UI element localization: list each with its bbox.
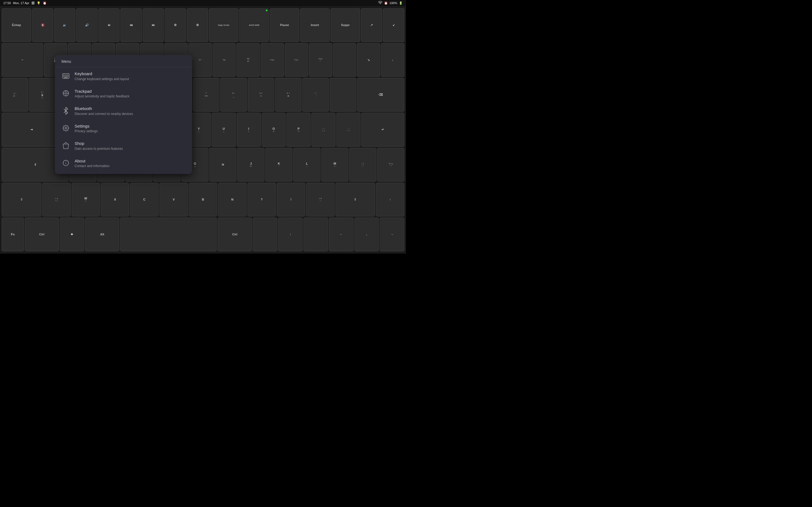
key-7[interactable]: 7— bbox=[193, 78, 220, 112]
key-backspace[interactable]: ⌫ bbox=[357, 78, 404, 112]
key-insert[interactable]: Insert bbox=[300, 8, 330, 42]
menu-item-keyboard[interactable]: Keyboard Change keyboard settings and la… bbox=[55, 67, 192, 85]
key-f13[interactable] bbox=[333, 43, 356, 77]
key-arrow-se[interactable]: ↙ bbox=[383, 8, 404, 42]
key-f10[interactable]: F10 bbox=[260, 43, 284, 77]
key-n[interactable]: N bbox=[218, 183, 247, 217]
key-h[interactable]: H bbox=[209, 148, 236, 182]
key-ctrl-left[interactable]: Ctrl bbox=[25, 218, 59, 251]
bluetooth-title: Bluetooth bbox=[75, 106, 185, 111]
key-shift-left[interactable]: ⇧ bbox=[2, 183, 42, 217]
key-f-right1[interactable]: ↘ bbox=[357, 43, 380, 77]
key-k[interactable]: K/ bbox=[265, 148, 292, 182]
key-bright-down[interactable]: ⚙ bbox=[165, 8, 186, 42]
key-fn[interactable]: Fn bbox=[2, 218, 24, 251]
key-p[interactable]: P% bbox=[286, 113, 310, 147]
key-l[interactable]: L| bbox=[293, 148, 321, 182]
svg-rect-1 bbox=[63, 75, 64, 75]
key-m[interactable]: M∞ bbox=[321, 148, 348, 182]
menu-item-trackpad[interactable]: Trackpad Adjust sensitivity and haptic f… bbox=[55, 85, 192, 102]
key-bright-up[interactable]: ⚙ bbox=[187, 8, 208, 42]
key-super[interactable]: ❖ bbox=[60, 218, 84, 251]
about-title: About bbox=[75, 158, 185, 164]
key-8[interactable]: 8 ‹_ bbox=[220, 78, 247, 112]
bluetooth-icon bbox=[61, 106, 70, 115]
key-plus[interactable]: - -+ + bbox=[336, 113, 360, 147]
key-backslash[interactable]: \ √/ ÷ bbox=[349, 148, 376, 182]
key-f11[interactable]: F11 bbox=[285, 43, 308, 77]
key-c[interactable]: C bbox=[130, 183, 159, 217]
key-next[interactable]: ⏭ bbox=[142, 8, 164, 42]
key-suppr[interactable]: Suppr bbox=[331, 8, 360, 42]
key-o[interactable]: Oœ bbox=[262, 113, 286, 147]
key-asterisk[interactable]: ½ ¼* × bbox=[377, 148, 404, 182]
key-j[interactable]: JEu bbox=[237, 148, 265, 182]
about-icon bbox=[61, 159, 70, 167]
about-subtitle: Contact and information bbox=[75, 164, 185, 168]
keyboard-title: Keyboard bbox=[75, 71, 185, 76]
key-exclaim[interactable]: ! bbox=[277, 183, 305, 217]
keyboard-icon bbox=[61, 72, 70, 80]
key-backtick[interactable] bbox=[330, 78, 356, 112]
key-quote[interactable]: " °.. ° bbox=[302, 78, 329, 112]
key-mute[interactable]: 🔇 bbox=[32, 8, 54, 42]
key-echap[interactable]: Échap bbox=[2, 8, 31, 42]
key-9[interactable]: 9 «‹ bbox=[248, 78, 274, 112]
key-right[interactable]: → bbox=[380, 218, 404, 251]
menu-item-bluetooth[interactable]: Bluetooth Discover and connect to nearby… bbox=[55, 102, 192, 120]
key-space[interactable] bbox=[120, 218, 217, 251]
key-v[interactable]: V bbox=[159, 183, 188, 217]
key-fn3[interactable] bbox=[303, 218, 328, 251]
key-impr[interactable]: Impr écran bbox=[209, 8, 239, 42]
key-x[interactable]: X bbox=[101, 183, 129, 217]
menu-title: Menu bbox=[55, 55, 192, 67]
key-down[interactable]: ↓ bbox=[354, 218, 379, 251]
alarm2-icon: ⏰ bbox=[384, 1, 388, 5]
bluetooth-subtitle: Discover and connect to nearby devices bbox=[75, 112, 185, 116]
key-up-right[interactable]: ↑ bbox=[376, 183, 404, 217]
key-angle[interactable]: > ≥< ≤ bbox=[42, 183, 71, 217]
key-fn2[interactable] bbox=[253, 218, 277, 251]
trackpad-icon bbox=[61, 89, 70, 98]
key-b[interactable]: B bbox=[189, 183, 217, 217]
key-play-pause[interactable]: ⏯ bbox=[99, 8, 120, 42]
key-enter[interactable]: ↵ bbox=[361, 113, 404, 147]
menu-item-about[interactable]: About Contact and information bbox=[55, 155, 192, 172]
about-text: About Contact and information bbox=[75, 158, 185, 168]
key-i[interactable]: Iù bbox=[237, 113, 261, 147]
key-f12[interactable]: F12☾ bbox=[309, 43, 332, 77]
key-f-right2[interactable]: ↓ bbox=[381, 43, 404, 77]
brightness-icon: 💡 bbox=[37, 1, 41, 5]
key-0[interactable]: 0 »» bbox=[275, 78, 302, 112]
key-pause[interactable]: Pause bbox=[270, 8, 299, 42]
key-prev[interactable]: ⏮ bbox=[120, 8, 142, 42]
key-arrow-ne[interactable]: ↗ bbox=[361, 8, 383, 42]
trackpad-subtitle: Adjust sensitivity and haptic feedback bbox=[75, 94, 185, 98]
key-vol-up[interactable]: 🔊 bbox=[76, 8, 98, 42]
key-tab[interactable]: ⇥ bbox=[2, 113, 61, 147]
key-equals[interactable]: = ≠; ≈ bbox=[306, 183, 335, 217]
svg-rect-4 bbox=[67, 75, 68, 75]
key-arret[interactable]: Arrêt défil bbox=[239, 8, 269, 42]
key-vol-down[interactable]: 🔉 bbox=[54, 8, 75, 42]
menu-item-shop[interactable]: Shop Gain access to premium features bbox=[55, 137, 192, 155]
menu-item-settings[interactable]: Settings Privacy settings bbox=[55, 120, 192, 137]
key-question[interactable]: ? bbox=[247, 183, 276, 217]
key-left[interactable]: ← bbox=[329, 218, 354, 251]
key-hash[interactable]: # °@ ~ bbox=[2, 78, 28, 112]
key-ctrl-right[interactable]: Ctrl bbox=[218, 218, 252, 251]
key-alt[interactable]: Alt bbox=[85, 218, 119, 251]
shop-title: Shop bbox=[75, 141, 185, 146]
key-u[interactable]: U} bbox=[212, 113, 236, 147]
battery-text: 100% bbox=[390, 1, 397, 5]
key-f9[interactable]: F9⏻ bbox=[236, 43, 260, 77]
key-1[interactable]: 1 "à§ bbox=[29, 78, 56, 112]
key-w[interactable]: W3 bbox=[72, 183, 100, 217]
keyboard-subtitle: Change keyboard settings and layout bbox=[75, 77, 185, 81]
key-up[interactable]: ↑ bbox=[278, 218, 303, 251]
settings-subtitle: Privacy settings bbox=[75, 129, 185, 133]
key-shift-right[interactable]: ⇧ bbox=[336, 183, 375, 217]
key-f8[interactable]: F8 bbox=[213, 43, 236, 77]
key-tilde[interactable]: ~ bbox=[2, 43, 43, 77]
key-dash[interactable]: — -± ‡ bbox=[311, 113, 336, 147]
